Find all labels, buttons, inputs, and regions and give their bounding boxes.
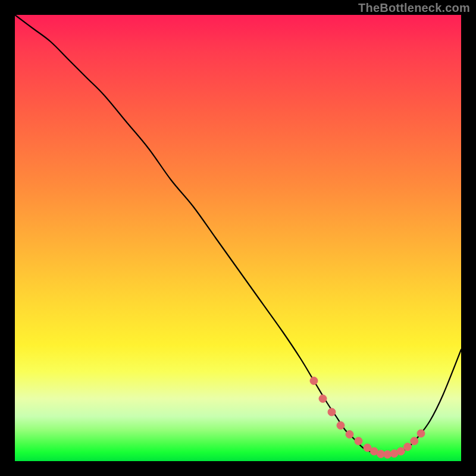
curve-layer <box>15 15 461 461</box>
watermark-text: TheBottleneck.com <box>358 1 470 15</box>
plot-area <box>15 15 461 461</box>
highlight-point <box>319 395 327 403</box>
chart-frame: TheBottleneck.com <box>0 0 476 476</box>
highlight-point <box>355 437 362 445</box>
highlight-point <box>397 447 405 455</box>
highlight-points <box>310 377 425 459</box>
highlight-point <box>346 431 353 439</box>
highlight-point <box>337 422 345 430</box>
highlight-point <box>411 437 418 445</box>
bottleneck-curve <box>15 15 461 455</box>
highlight-point <box>404 443 412 451</box>
highlight-point <box>328 408 336 416</box>
highlight-point <box>310 377 318 385</box>
highlight-point <box>417 430 425 437</box>
